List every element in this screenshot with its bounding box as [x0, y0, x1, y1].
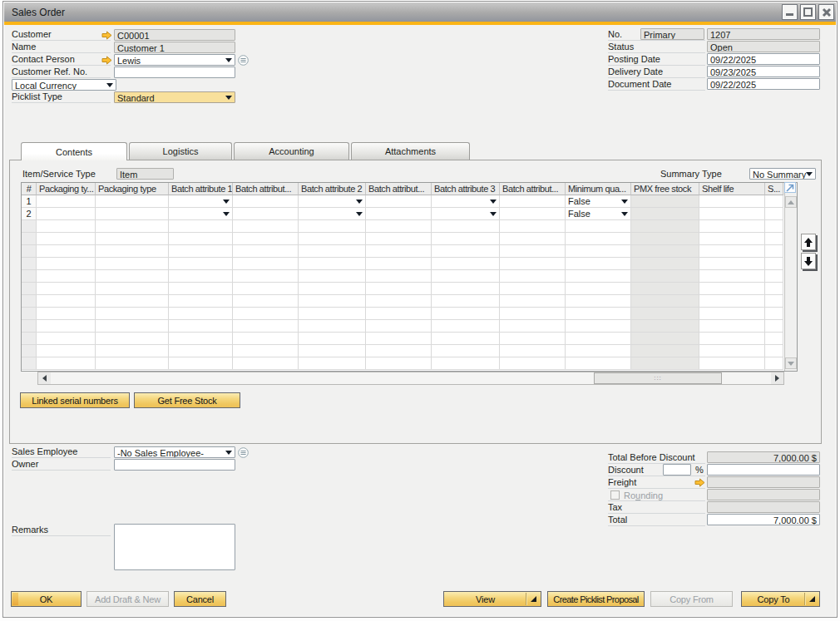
sales-employee-combo[interactable]: -No Sales Employee- — [114, 446, 235, 458]
column-header[interactable]: Batch attribut... — [233, 183, 299, 195]
rounding-checkbox[interactable] — [610, 490, 620, 500]
table-cell[interactable] — [566, 320, 631, 333]
table-cell[interactable] — [566, 245, 631, 258]
table-cell[interactable] — [500, 283, 566, 295]
table-cell[interactable] — [500, 233, 566, 245]
table-cell[interactable] — [631, 208, 699, 220]
table-cell[interactable] — [699, 345, 765, 357]
table-cell[interactable] — [169, 270, 233, 283]
row-number-cell[interactable] — [22, 233, 37, 245]
table-cell[interactable] — [699, 233, 765, 245]
table-row[interactable] — [22, 220, 797, 233]
scroll-right-button[interactable] — [771, 372, 783, 384]
table-row[interactable] — [22, 233, 797, 245]
item-service-type-field[interactable]: Item — [116, 168, 174, 180]
column-header[interactable]: Packaging ty... — [37, 183, 96, 195]
row-down-button[interactable] — [801, 253, 816, 269]
table-cell[interactable] — [500, 295, 566, 308]
link-arrow-icon[interactable] — [101, 31, 112, 40]
scroll-down-button[interactable] — [785, 357, 797, 369]
table-cell[interactable] — [765, 195, 783, 208]
table-cell[interactable] — [169, 233, 233, 245]
table-cell[interactable] — [631, 345, 699, 357]
table-cell[interactable] — [233, 258, 299, 270]
table-cell[interactable] — [500, 258, 566, 270]
scroll-left-button[interactable] — [38, 372, 51, 384]
table-cell[interactable] — [366, 208, 432, 220]
table-row[interactable] — [22, 245, 797, 258]
table-cell[interactable] — [299, 208, 366, 220]
remarks-field[interactable] — [114, 524, 235, 570]
column-header[interactable]: Batch attribute 2 — [299, 183, 366, 195]
table-cell[interactable] — [233, 233, 299, 245]
column-header[interactable]: Packaging type — [96, 183, 169, 195]
table-cell[interactable] — [96, 208, 169, 220]
column-header[interactable]: # — [22, 183, 37, 195]
table-cell[interactable] — [631, 283, 699, 295]
table-cell[interactable] — [233, 357, 299, 370]
table-cell[interactable] — [366, 245, 432, 258]
table-cell[interactable] — [366, 233, 432, 245]
table-cell[interactable] — [566, 308, 631, 320]
table-cell[interactable] — [432, 270, 500, 283]
row-number-cell[interactable] — [22, 357, 37, 370]
table-cell[interactable] — [366, 195, 432, 208]
table-cell[interactable] — [299, 357, 366, 370]
table-cell[interactable] — [366, 283, 432, 295]
table-cell[interactable] — [566, 333, 631, 345]
table-cell[interactable] — [432, 245, 500, 258]
table-cell[interactable] — [631, 220, 699, 233]
table-cell[interactable] — [699, 308, 765, 320]
table-cell[interactable] — [233, 220, 299, 233]
row-number-cell[interactable] — [22, 258, 37, 270]
table-cell[interactable] — [699, 295, 765, 308]
table-cell[interactable] — [233, 333, 299, 345]
link-arrow-icon[interactable] — [101, 56, 112, 65]
table-cell[interactable] — [631, 295, 699, 308]
table-cell[interactable] — [631, 233, 699, 245]
table-cell[interactable] — [566, 295, 631, 308]
table-cell[interactable] — [299, 270, 366, 283]
table-cell[interactable] — [169, 208, 233, 220]
table-cell[interactable] — [566, 283, 631, 295]
table-cell[interactable] — [699, 195, 765, 208]
table-cell[interactable] — [299, 320, 366, 333]
table-cell[interactable] — [233, 345, 299, 357]
table-cell[interactable] — [500, 245, 566, 258]
minimize-button[interactable] — [782, 4, 798, 20]
table-cell[interactable] — [37, 208, 96, 220]
table-cell[interactable] — [299, 308, 366, 320]
discount-amount-field[interactable] — [707, 464, 820, 476]
table-cell[interactable] — [37, 195, 96, 208]
table-cell[interactable] — [366, 295, 432, 308]
discount-percent-field[interactable] — [663, 464, 691, 476]
table-cell[interactable] — [96, 195, 169, 208]
table-cell[interactable] — [566, 258, 631, 270]
table-cell[interactable] — [432, 295, 500, 308]
table-cell[interactable] — [566, 270, 631, 283]
table-cell[interactable] — [37, 270, 96, 283]
table-cell[interactable] — [699, 245, 765, 258]
table-cell[interactable] — [299, 295, 366, 308]
table-cell[interactable] — [233, 295, 299, 308]
table-cell[interactable] — [169, 220, 233, 233]
table-cell[interactable] — [765, 245, 783, 258]
table-cell[interactable] — [366, 258, 432, 270]
table-cell[interactable] — [233, 195, 299, 208]
table-cell[interactable] — [233, 270, 299, 283]
maximize-button[interactable] — [800, 4, 816, 20]
table-cell[interactable] — [500, 270, 566, 283]
table-cell[interactable] — [37, 320, 96, 333]
table-cell[interactable] — [765, 208, 783, 220]
table-cell[interactable] — [432, 357, 500, 370]
table-cell[interactable] — [432, 333, 500, 345]
tab-accounting[interactable]: Accounting — [234, 142, 349, 160]
table-horizontal-scrollbar[interactable]: ::: — [37, 372, 784, 385]
document-date-field[interactable]: 09/22/2025 — [707, 78, 820, 90]
table-cell[interactable] — [96, 220, 169, 233]
scrollbar-thumb[interactable]: ::: — [594, 372, 722, 384]
table-cell[interactable] — [765, 357, 783, 370]
table-row[interactable] — [22, 258, 797, 270]
scroll-up-button[interactable] — [785, 196, 797, 208]
table-cell[interactable] — [169, 195, 233, 208]
